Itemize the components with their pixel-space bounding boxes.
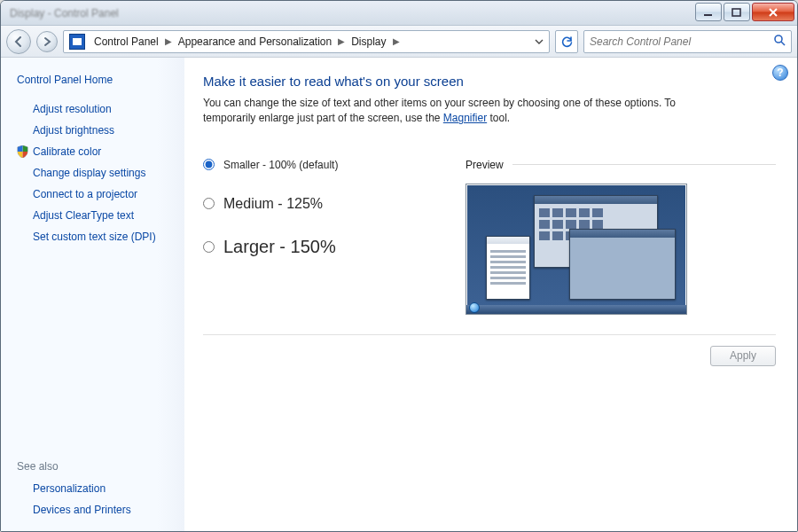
minimize-icon — [703, 8, 714, 17]
window-titlebar: Display - Control Panel — [1, 1, 797, 26]
text-size-options: Smaller - 100% (default) Medium - 125% L… — [203, 159, 434, 315]
divider — [203, 334, 776, 335]
description-text: You can change the size of text and othe… — [203, 97, 676, 124]
sidebar-link-label: Adjust resolution — [33, 103, 112, 115]
preview-window — [569, 229, 676, 300]
sidebar-link-connect-projector[interactable]: Connect to a projector — [17, 184, 174, 205]
page-description: You can change the size of text and othe… — [203, 96, 700, 127]
chevron-right-icon[interactable]: ▶ — [392, 36, 401, 46]
sidebar-link-label: Personalization — [33, 482, 106, 495]
option-label: Larger - 150% — [223, 237, 336, 257]
divider — [512, 164, 776, 165]
magnifier-link[interactable]: Magnifier — [443, 112, 487, 124]
preview-image — [466, 184, 687, 315]
sidebar-link-label: Set custom text size (DPI) — [33, 231, 156, 243]
sidebar-link-change-display-settings[interactable]: Change display settings — [17, 162, 174, 184]
shield-icon — [17, 145, 28, 158]
sidebar-link-adjust-cleartype[interactable]: Adjust ClearType text — [17, 205, 174, 226]
see-also-personalization[interactable]: Personalization — [17, 478, 174, 499]
radio-medium[interactable] — [203, 198, 215, 209]
address-bar[interactable]: Control Panel ▶ Appearance and Personali… — [63, 30, 550, 53]
sidebar-link-calibrate-color[interactable]: Calibrate color — [17, 141, 174, 162]
refresh-button[interactable] — [555, 30, 578, 53]
refresh-icon — [560, 35, 574, 48]
option-smaller[interactable]: Smaller - 100% (default) — [203, 159, 434, 171]
chevron-right-icon[interactable]: ▶ — [337, 36, 346, 46]
maximize-button[interactable] — [724, 3, 750, 21]
page-title: Make it easier to read what's on your sc… — [203, 74, 776, 89]
svg-rect-0 — [704, 14, 712, 16]
navigation-bar: Control Panel ▶ Appearance and Personali… — [1, 26, 797, 58]
close-icon — [767, 7, 779, 18]
sidebar-link-label: Adjust ClearType text — [33, 209, 134, 222]
search-box[interactable] — [583, 30, 792, 53]
sidebar-link-label: Change display settings — [33, 167, 145, 179]
apply-button[interactable]: Apply — [710, 346, 776, 366]
search-icon[interactable] — [773, 34, 786, 49]
option-label: Medium - 125% — [223, 196, 323, 212]
sidebar-link-label: Adjust brightness — [33, 124, 114, 137]
maximize-icon — [732, 8, 742, 17]
svg-point-2 — [775, 35, 782, 43]
sidebar: Control Panel Home Adjust resolution Adj… — [1, 58, 185, 531]
minimize-button[interactable] — [695, 3, 722, 21]
control-panel-icon — [69, 34, 85, 50]
preview-start-orb — [469, 302, 480, 313]
close-button[interactable] — [752, 3, 794, 21]
preview-taskbar — [466, 305, 686, 314]
search-input[interactable] — [590, 35, 773, 48]
breadcrumb-item[interactable]: Appearance and Personalization — [173, 35, 337, 48]
see-also-devices-printers[interactable]: Devices and Printers — [17, 499, 174, 520]
forward-button[interactable] — [36, 31, 58, 52]
sidebar-link-label: Calibrate color — [33, 145, 101, 158]
breadcrumb-item[interactable]: Display — [346, 35, 391, 48]
arrow-right-icon — [42, 36, 52, 47]
radio-larger[interactable] — [203, 241, 215, 253]
address-history-dropdown[interactable] — [531, 31, 547, 52]
radio-smaller[interactable] — [203, 159, 215, 170]
sidebar-link-label: Devices and Printers — [33, 504, 131, 516]
main-panel: ? Make it easier to read what's on your … — [185, 58, 797, 531]
help-button[interactable]: ? — [772, 65, 788, 81]
window-title: Display - Control Panel — [1, 1, 694, 25]
sidebar-link-adjust-brightness[interactable]: Adjust brightness — [17, 120, 174, 141]
description-text: tool. — [487, 112, 510, 124]
chevron-down-icon — [535, 37, 544, 46]
option-medium[interactable]: Medium - 125% — [203, 196, 434, 212]
see-also-label: See also — [17, 460, 174, 478]
option-larger[interactable]: Larger - 150% — [203, 237, 434, 257]
option-label: Smaller - 100% (default) — [223, 159, 338, 171]
svg-rect-1 — [732, 9, 740, 16]
preview-label: Preview — [466, 159, 504, 171]
back-button[interactable] — [6, 29, 31, 54]
preview-window — [486, 236, 530, 300]
sidebar-link-label: Connect to a projector — [33, 188, 137, 200]
control-panel-home-link[interactable]: Control Panel Home — [17, 70, 174, 98]
breadcrumb-item[interactable]: Control Panel — [89, 35, 164, 48]
sidebar-link-adjust-resolution[interactable]: Adjust resolution — [17, 98, 174, 120]
chevron-right-icon[interactable]: ▶ — [164, 36, 173, 46]
arrow-left-icon — [12, 35, 25, 48]
sidebar-link-custom-text-size[interactable]: Set custom text size (DPI) — [17, 226, 174, 247]
